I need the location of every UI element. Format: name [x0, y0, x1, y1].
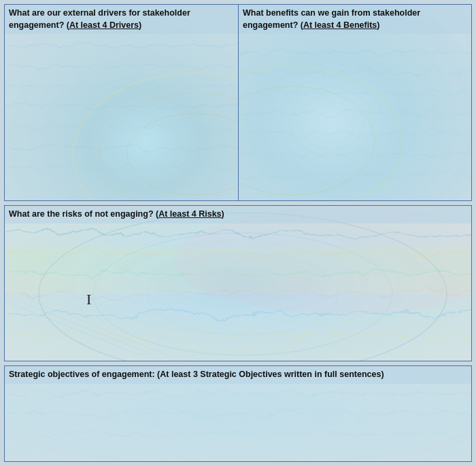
svg-rect-12	[239, 5, 471, 200]
cell-bottom-header: Strategic objectives of engagement: (At …	[5, 366, 471, 384]
cell-top-left-header-underline: At least 4 Drivers	[69, 20, 139, 30]
cell-middle-header-suffix: )	[222, 209, 224, 219]
ripple-bg-top-right	[239, 5, 471, 200]
cell-bottom[interactable]: Strategic objectives of engagement: (At …	[4, 365, 472, 462]
cell-middle-body	[5, 206, 471, 361]
svg-rect-0	[5, 5, 238, 200]
cell-middle[interactable]: What are the risks of not engaging? (At …	[4, 205, 472, 361]
cell-top-left-header-suffix: )	[139, 20, 141, 30]
cell-top-right-header-underline: At least 4 Benefits	[303, 20, 377, 30]
cell-top-right-body	[239, 5, 471, 200]
page-container: What are our external drivers for stakeh…	[0, 0, 476, 466]
cell-middle-header: What are the risks of not engaging? (At …	[5, 206, 471, 223]
cell-middle-header-text: What are the risks of not engaging? (	[9, 209, 158, 219]
cell-top-left-header: What are our external drivers for stakeh…	[5, 5, 238, 34]
ripple-bg-middle	[5, 206, 471, 361]
cell-bottom-header-text: Strategic objectives of engagement: (At …	[9, 370, 384, 379]
cell-middle-header-underline: At least 4 Risks	[158, 209, 221, 219]
cell-top-left-body	[5, 5, 238, 200]
cell-top-right-header-suffix: )	[377, 20, 379, 30]
cell-top-right[interactable]: What benefits can we gain from stakehold…	[238, 4, 472, 201]
text-cursor: I	[86, 291, 91, 308]
ripple-bg-top-left	[5, 5, 238, 200]
cell-top-right-header: What benefits can we gain from stakehold…	[239, 5, 471, 34]
cell-top-left[interactable]: What are our external drivers for stakeh…	[4, 4, 238, 201]
top-row: What are our external drivers for stakeh…	[4, 4, 472, 201]
